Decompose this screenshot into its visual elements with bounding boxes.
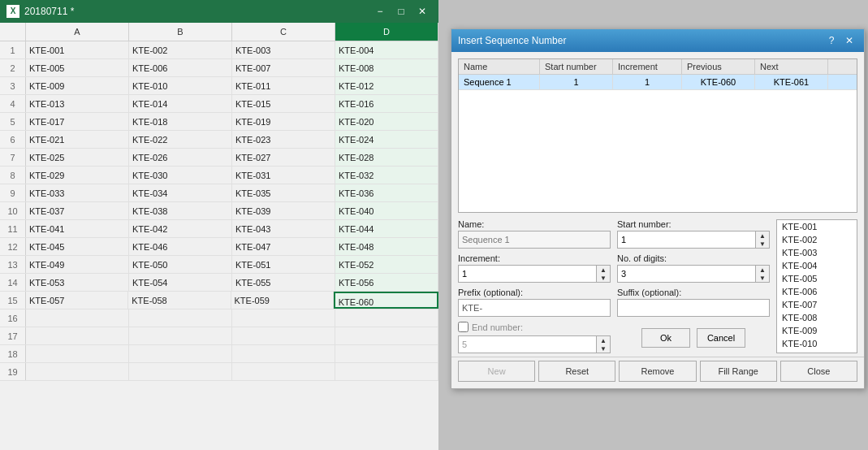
cell[interactable] [232,363,335,380]
list-item[interactable]: KTE-010 [777,337,857,350]
cell[interactable]: KTE-010 [129,77,232,94]
cell[interactable]: KTE-052 [335,256,438,273]
cell[interactable]: KTE-020 [335,113,438,130]
cancel-button[interactable]: Cancel [697,328,745,348]
ok-button[interactable]: Ok [641,328,690,348]
end-number-down-btn[interactable]: ▼ [597,344,610,353]
col-header-d[interactable]: D [335,23,438,41]
cell[interactable]: KTE-043 [232,220,335,237]
cell[interactable]: KTE-007 [232,59,335,76]
cell[interactable] [129,363,232,380]
increment-up-btn[interactable]: ▲ [597,266,610,274]
close-button[interactable]: ✕ [412,3,432,19]
cell[interactable]: KTE-049 [26,256,129,273]
cell[interactable]: KTE-004 [335,41,438,58]
digits-input[interactable] [617,265,755,283]
cell[interactable] [26,363,129,380]
list-item[interactable]: KTE-004 [777,259,857,272]
cell[interactable]: KTE-014 [129,95,232,112]
remove-button[interactable]: Remove [619,361,696,382]
list-item[interactable]: KTE-001 [777,220,857,233]
cell[interactable]: KTE-031 [232,167,335,184]
cell[interactable]: KTE-042 [129,220,232,237]
cell[interactable]: KTE-019 [232,113,335,130]
list-item[interactable]: KTE-008 [777,311,857,324]
cell[interactable] [335,363,438,380]
col-header-c[interactable]: C [232,23,335,41]
cell[interactable] [232,345,335,362]
name-input[interactable] [458,231,611,249]
cell[interactable]: KTE-024 [335,131,438,148]
cell[interactable]: KTE-032 [335,167,438,184]
cell[interactable]: KTE-054 [129,274,232,291]
list-item[interactable]: KTE-002 [777,233,857,246]
cell[interactable]: KTE-009 [26,77,129,94]
cell[interactable] [335,345,438,362]
start-number-up-btn[interactable]: ▲ [756,231,769,240]
prefix-input[interactable] [458,299,611,317]
cell[interactable]: KTE-048 [335,238,438,255]
cell[interactable]: KTE-011 [232,77,335,94]
minimize-button[interactable]: − [370,3,390,19]
cell[interactable] [335,327,438,344]
cell[interactable]: KTE-003 [232,41,335,58]
cell[interactable]: KTE-001 [26,41,129,58]
end-number-input[interactable] [458,335,596,353]
cell[interactable]: KTE-002 [129,41,232,58]
cell[interactable]: KTE-008 [335,59,438,76]
cell[interactable]: KTE-018 [129,113,232,130]
increment-down-btn[interactable]: ▼ [597,274,610,282]
cell[interactable]: KTE-057 [26,292,128,309]
suffix-input[interactable] [617,299,770,317]
cell[interactable] [26,327,129,344]
cell[interactable]: KTE-017 [26,113,129,130]
close-button-footer[interactable]: Close [780,361,857,382]
dialog-close-button[interactable]: ✕ [841,33,857,48]
sequence-list[interactable]: KTE-001KTE-002KTE-003KTE-004KTE-005KTE-0… [776,219,857,353]
cell[interactable] [129,327,232,344]
cell[interactable]: KTE-056 [335,274,438,291]
cell[interactable]: KTE-060 [334,292,438,309]
cell[interactable] [26,345,129,362]
cell[interactable]: KTE-035 [232,184,335,201]
cell[interactable]: KTE-055 [232,274,335,291]
cell[interactable]: KTE-012 [335,77,438,94]
cell[interactable]: KTE-045 [26,238,129,255]
cell[interactable]: KTE-033 [26,184,129,201]
digits-down-btn[interactable]: ▼ [756,274,769,282]
list-item[interactable]: KTE-005 [777,272,857,285]
list-item[interactable]: KTE-006 [777,285,857,298]
list-item[interactable]: KTE-003 [777,246,857,259]
cell[interactable]: KTE-022 [129,131,232,148]
cell[interactable]: KTE-044 [335,220,438,237]
new-button[interactable]: New [458,361,535,382]
cell[interactable]: KTE-053 [26,274,129,291]
col-header-a[interactable]: A [26,23,129,41]
cell[interactable]: KTE-028 [335,149,438,166]
dialog-help-button[interactable]: ? [823,33,840,48]
cell[interactable]: KTE-041 [26,220,129,237]
maximize-button[interactable]: □ [391,3,411,19]
cell[interactable] [232,309,335,327]
start-number-down-btn[interactable]: ▼ [756,240,769,248]
cell[interactable]: KTE-006 [129,59,232,76]
reset-button[interactable]: Reset [538,361,615,382]
cell[interactable]: KTE-015 [232,95,335,112]
cell[interactable] [335,309,438,327]
cell[interactable]: KTE-037 [26,202,129,219]
increment-input[interactable] [458,265,596,283]
digits-up-btn[interactable]: ▲ [756,266,769,274]
cell[interactable]: KTE-034 [129,184,232,201]
cell[interactable] [26,309,129,327]
fill-range-button[interactable]: Fill Range [700,361,777,382]
cell[interactable] [232,327,335,344]
list-item[interactable]: KTE-009 [777,324,857,337]
cell[interactable]: KTE-040 [335,202,438,219]
cell[interactable]: KTE-013 [26,95,129,112]
table-row[interactable]: Sequence 1 1 1 KTE-060 KTE-061 [459,75,857,90]
cell[interactable]: KTE-023 [232,131,335,148]
cell[interactable] [129,309,232,327]
end-number-checkbox[interactable] [458,322,469,332]
cell[interactable]: KTE-058 [128,292,231,309]
list-item[interactable]: KTE-007 [777,298,857,311]
